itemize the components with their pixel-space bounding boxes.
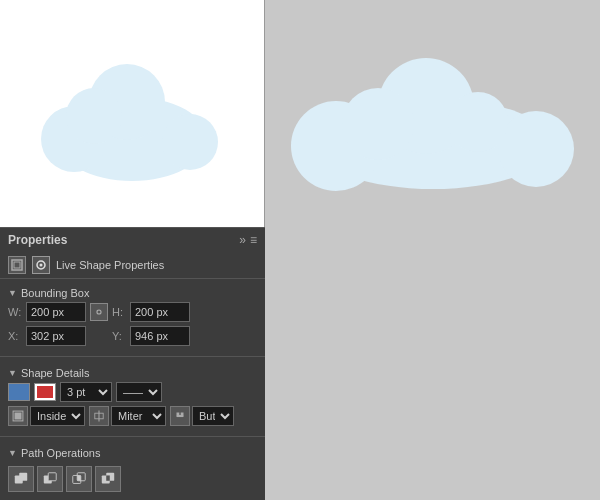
live-shape-tab-icon[interactable] bbox=[32, 256, 50, 274]
svg-point-14 bbox=[40, 264, 43, 267]
menu-icon[interactable]: ≡ bbox=[250, 233, 257, 247]
bounding-box-title: Bounding Box bbox=[21, 287, 90, 299]
cloud-right bbox=[278, 34, 588, 194]
xy-row: X: Y: bbox=[8, 326, 257, 346]
path-op-intersect[interactable] bbox=[66, 466, 92, 492]
path-ops-arrow: ▼ bbox=[8, 448, 17, 458]
svg-point-9 bbox=[342, 88, 414, 160]
stroke-swatch[interactable] bbox=[34, 383, 56, 401]
x-input[interactable] bbox=[26, 326, 86, 346]
h-label: H: bbox=[112, 306, 126, 318]
x-label: X: bbox=[8, 330, 22, 342]
h-input[interactable] bbox=[130, 302, 190, 322]
fill-swatch[interactable] bbox=[8, 383, 30, 401]
path-ops-title: Path Operations bbox=[21, 447, 101, 459]
align-select-1[interactable]: Inside Outside Center bbox=[30, 406, 85, 426]
stroke-style-select[interactable]: —— - - - · · · bbox=[116, 382, 162, 402]
align-caps-icon bbox=[170, 406, 190, 426]
bounding-box-arrow: ▼ bbox=[8, 288, 17, 298]
panel-header: Properties » ≡ bbox=[0, 227, 265, 252]
w-label: W: bbox=[8, 306, 22, 318]
expand-icon[interactable]: » bbox=[239, 233, 246, 247]
path-op-exclude[interactable] bbox=[95, 466, 121, 492]
wh-row: W: H: bbox=[8, 302, 257, 322]
bounding-box-section: ▼ Bounding Box W: H: X: Y: bbox=[0, 279, 265, 354]
canvas-area bbox=[0, 0, 600, 227]
align-inside-icon bbox=[8, 406, 28, 426]
path-op-unite[interactable] bbox=[8, 466, 34, 492]
path-ops-buttons bbox=[8, 462, 257, 496]
shape-details-section: ▼ Shape Details 3 pt 1 pt 2 pt 4 pt 5 pt… bbox=[0, 359, 265, 434]
divider-2 bbox=[0, 436, 265, 437]
svg-rect-20 bbox=[177, 413, 180, 416]
panel-title: Properties bbox=[8, 233, 67, 247]
y-input[interactable] bbox=[130, 326, 190, 346]
align-select-2[interactable]: Miter Round Bevel bbox=[111, 406, 166, 426]
panel-tabs: Live Shape Properties bbox=[0, 252, 265, 279]
shape-details-arrow: ▼ bbox=[8, 368, 17, 378]
panel-header-icons: » ≡ bbox=[239, 233, 257, 247]
align-select-3[interactable]: Butt Round Square bbox=[192, 406, 234, 426]
properties-panel: Properties » ≡ Live Shape Properties ▼ B… bbox=[0, 227, 265, 500]
transform-tab-icon[interactable] bbox=[8, 256, 26, 274]
align-center-icon bbox=[89, 406, 109, 426]
bounding-box-header[interactable]: ▼ Bounding Box bbox=[8, 283, 257, 302]
svg-point-7 bbox=[498, 111, 574, 187]
svg-point-10 bbox=[448, 92, 508, 152]
stroke-swatch-inner bbox=[37, 386, 53, 398]
svg-rect-25 bbox=[48, 473, 56, 481]
link-wh-icon[interactable] bbox=[90, 303, 108, 321]
canvas-left bbox=[0, 0, 265, 227]
svg-rect-21 bbox=[181, 413, 184, 416]
svg-rect-12 bbox=[14, 262, 20, 268]
stroke-size-select[interactable]: 3 pt 1 pt 2 pt 4 pt 5 pt bbox=[60, 382, 112, 402]
svg-rect-31 bbox=[106, 475, 110, 480]
shape-details-title: Shape Details bbox=[21, 367, 90, 379]
svg-point-2 bbox=[162, 114, 218, 170]
svg-rect-16 bbox=[15, 413, 22, 420]
path-ops-header[interactable]: ▼ Path Operations bbox=[8, 443, 257, 462]
divider-1 bbox=[0, 356, 265, 357]
tab-label: Live Shape Properties bbox=[56, 259, 164, 271]
shape-details-header[interactable]: ▼ Shape Details bbox=[8, 363, 257, 382]
y-label: Y: bbox=[112, 330, 126, 342]
w-input[interactable] bbox=[26, 302, 86, 322]
align-row: Inside Outside Center Miter Round Bevel bbox=[8, 406, 257, 426]
path-op-subtract[interactable] bbox=[37, 466, 63, 492]
svg-rect-28 bbox=[77, 475, 81, 480]
cloud-left bbox=[32, 34, 232, 194]
svg-point-4 bbox=[66, 88, 122, 144]
canvas-right bbox=[265, 0, 600, 227]
fill-stroke-row: 3 pt 1 pt 2 pt 4 pt 5 pt —— - - - · · · bbox=[8, 382, 257, 402]
svg-rect-23 bbox=[19, 473, 27, 481]
path-operations-section: ▼ Path Operations bbox=[0, 439, 265, 500]
